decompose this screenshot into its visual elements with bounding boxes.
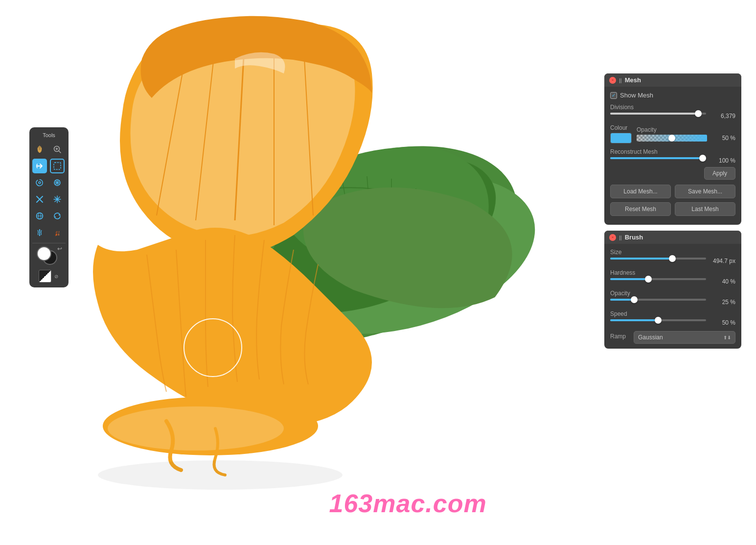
- warp-tool[interactable]: [32, 159, 47, 173]
- load-save-row: Load Mesh... Save Mesh...: [610, 185, 735, 198]
- divisions-value: 6,379: [710, 113, 735, 119]
- svg-rect-11: [54, 163, 61, 169]
- reset-last-row: Reset Mesh Last Mesh: [610, 202, 735, 216]
- watermark: 163mac.com: [329, 489, 487, 518]
- speed-slider[interactable]: [610, 319, 706, 326]
- opacity-label: Opacity: [637, 126, 735, 133]
- not-allowed-icon[interactable]: ⊘: [54, 274, 59, 279]
- show-mesh-label: Show Mesh: [620, 92, 653, 99]
- mesh-panel-title: Mesh: [625, 76, 641, 84]
- reset-colors-icon[interactable]: ↩: [57, 245, 62, 252]
- svg-point-5: [108, 406, 284, 450]
- brush-panel-body: Size 494.7 px Hardness: [604, 244, 741, 349]
- select-tool[interactable]: [50, 159, 65, 173]
- show-mesh-row: ✓ Show Mesh: [610, 92, 735, 99]
- brush-panel-title: Brush: [625, 234, 643, 241]
- color-swatch-area: ↩ ⊘: [32, 246, 66, 283]
- size-row: Size 494.7 px: [610, 249, 735, 264]
- divisions-label: Divisions: [610, 104, 735, 111]
- colour-swatch[interactable]: [610, 133, 632, 143]
- bloat-tool[interactable]: [50, 175, 65, 190]
- brush-panel-collapse[interactable]: ||: [619, 235, 622, 240]
- speed-row: Speed 50 %: [610, 310, 735, 326]
- show-mesh-checkbox[interactable]: ✓: [610, 92, 617, 99]
- svg-rect-28: [39, 229, 40, 236]
- ramp-value: Gaussian: [638, 334, 663, 341]
- svg-line-8: [59, 151, 61, 153]
- colour-col: Colour: [610, 124, 632, 143]
- reconstruct-slider-row: 100 %: [610, 157, 735, 164]
- erase-icon[interactable]: [39, 270, 51, 283]
- tools-divider: [32, 243, 66, 243]
- load-mesh-button[interactable]: Load Mesh...: [610, 185, 671, 198]
- svg-point-12: [39, 182, 41, 184]
- divisions-slider[interactable]: [610, 113, 706, 119]
- brush-opacity-slider[interactable]: [610, 299, 706, 306]
- rotate-tool[interactable]: [50, 209, 65, 223]
- mesh-panel: × || Mesh ✓ Show Mesh Divisions: [604, 73, 741, 225]
- mesh-panel-body: ✓ Show Mesh Divisions 6,379: [604, 87, 741, 225]
- speed-value: 50 %: [710, 319, 735, 326]
- crystalize-tool[interactable]: [50, 192, 65, 207]
- opacity-slider: 50 %: [637, 135, 735, 142]
- color-swatches: ↩: [37, 246, 61, 266]
- tools-grid: [32, 142, 66, 240]
- hardness-value: 40 %: [710, 278, 735, 285]
- save-mesh-button[interactable]: Save Mesh...: [675, 185, 735, 198]
- thaw-tool[interactable]: [50, 225, 65, 240]
- brush-opacity-row: Opacity 25 %: [610, 290, 735, 306]
- foreground-color-swatch[interactable]: [37, 246, 51, 261]
- hand-tool[interactable]: [32, 142, 47, 157]
- opacity-track[interactable]: [637, 135, 707, 142]
- reset-mesh-button[interactable]: Reset Mesh: [610, 202, 671, 216]
- apply-button[interactable]: Apply: [704, 167, 735, 180]
- divisions-row: Divisions 6,379: [610, 104, 735, 119]
- mesh-panel-header: × || Mesh: [604, 73, 741, 87]
- svg-point-24: [56, 198, 58, 200]
- zoom-tool[interactable]: [50, 142, 65, 157]
- ramp-arrow: ⬆⬇: [723, 335, 731, 340]
- right-panels: × || Mesh ✓ Show Mesh Divisions: [604, 73, 741, 349]
- mesh-panel-collapse[interactable]: ||: [619, 77, 622, 83]
- pucker-tool[interactable]: [32, 192, 47, 207]
- brush-opacity-value: 25 %: [710, 299, 735, 306]
- colour-label: Colour: [610, 124, 632, 131]
- last-mesh-button[interactable]: Last Mesh: [675, 202, 735, 216]
- hardness-slider[interactable]: [610, 278, 706, 285]
- size-slider[interactable]: [610, 258, 706, 264]
- opacity-col: Opacity 50 %: [637, 126, 735, 142]
- opacity-value: 50 %: [710, 135, 735, 142]
- colour-opacity-row: Colour Opacity 50 %: [610, 124, 735, 143]
- ramp-select[interactable]: Gaussian ⬆⬇: [634, 331, 735, 344]
- tools-panel-title: Tools: [32, 132, 66, 138]
- ramp-label: Ramp: [610, 333, 630, 340]
- sphere-tool[interactable]: [32, 209, 47, 223]
- hardness-row: Hardness 40 %: [610, 269, 735, 285]
- speed-label: Speed: [610, 310, 735, 317]
- twirl-tool[interactable]: [32, 175, 47, 190]
- ramp-row: Ramp Gaussian ⬆⬇: [610, 331, 735, 344]
- reconstruct-label: Reconstruct Mesh: [610, 148, 735, 155]
- svg-point-6: [98, 460, 343, 490]
- size-value: 494.7 px: [710, 258, 735, 264]
- brush-panel: × || Brush Size 494.7 px: [604, 231, 741, 349]
- hardness-label: Hardness: [610, 269, 735, 276]
- reconstruct-row: Reconstruct Mesh 100 % Apply: [610, 148, 735, 180]
- brush-panel-close[interactable]: ×: [609, 234, 616, 241]
- brush-panel-header: × || Brush: [604, 231, 741, 244]
- size-label: Size: [610, 249, 735, 256]
- freeze-tool[interactable]: [32, 225, 47, 240]
- mesh-panel-close[interactable]: ×: [609, 77, 616, 84]
- reconstruct-value: 100 %: [710, 157, 735, 164]
- brush-opacity-label: Opacity: [610, 290, 735, 297]
- reconstruct-slider[interactable]: [610, 157, 706, 164]
- tools-panel: Tools: [29, 127, 69, 287]
